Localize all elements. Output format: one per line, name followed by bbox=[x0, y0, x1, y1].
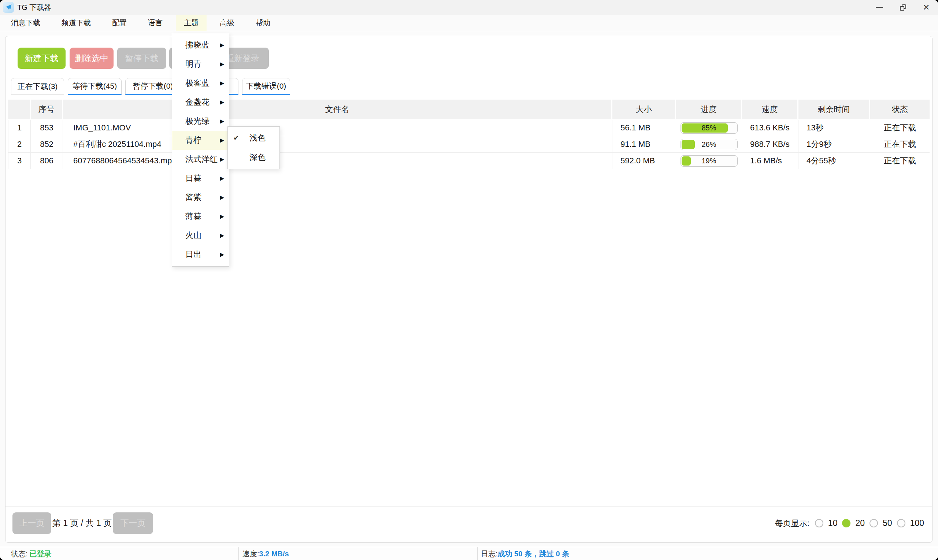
prev-page-button[interactable]: 上一页 bbox=[12, 512, 51, 534]
theme-menu-item-daybreak-blue[interactable]: 拂晓蓝▶ bbox=[172, 35, 229, 55]
menubar-item-message-download[interactable]: 消息下载 bbox=[3, 15, 48, 31]
menubar-item-advanced[interactable]: 高级 bbox=[212, 15, 243, 31]
theme-menu-item-volcano[interactable]: 火山▶ bbox=[172, 226, 229, 245]
page-size-option-label[interactable]: 10 bbox=[828, 518, 838, 528]
theme-menu-item-dusk[interactable]: 薄暮▶ bbox=[172, 207, 229, 226]
progress-bar: 19% bbox=[681, 155, 738, 167]
header-size: 大小 bbox=[612, 100, 676, 119]
page-size-option-label[interactable]: 20 bbox=[855, 518, 865, 528]
cell-status: 正在下载 bbox=[870, 153, 930, 169]
cell-status: 正在下载 bbox=[870, 136, 930, 152]
cell-filename: IMG_1101.MOV bbox=[63, 120, 612, 136]
cell-remaining: 4分55秒 bbox=[798, 153, 870, 169]
cell-size: 592.0 MB bbox=[612, 153, 676, 169]
page-info: 第 1 页 / 共 1 页 bbox=[54, 512, 110, 534]
menubar-item-channel-download[interactable]: 频道下载 bbox=[54, 15, 99, 31]
progress-label: 26% bbox=[681, 139, 737, 150]
window-title: TG 下载器 bbox=[17, 0, 51, 15]
progress-bar: 26% bbox=[681, 139, 738, 150]
cell-speed: 988.7 KB/s bbox=[742, 136, 798, 152]
submenu-item-dark[interactable]: 深色 bbox=[228, 148, 280, 167]
cell-speed: 1.6 MB/s bbox=[742, 153, 798, 169]
cell-progress: 26% bbox=[676, 136, 742, 152]
app-window: TG 下载器 ✕ 消息下载 频道下载 配置 语言 主题 高级 帮助 新建下载 删… bbox=[0, 0, 938, 560]
submenu-arrow-icon: ▶ bbox=[220, 232, 224, 239]
submenu-item-light[interactable]: ✔ 浅色 bbox=[228, 128, 280, 148]
main-panel: 新建下载 删除选中 暂停下载 重新登录 正在下载(3) 等待下载(45) 暂停下… bbox=[5, 36, 932, 543]
theme-menu-item-sunset[interactable]: 日暮▶ bbox=[172, 169, 229, 188]
header-seq: 序号 bbox=[31, 100, 63, 119]
submenu-arrow-icon: ▶ bbox=[220, 42, 224, 48]
page-size-label: 每页显示: bbox=[775, 518, 809, 529]
table-row[interactable]: 3 806 6077688064564534543.mp4 592.0 MB 1… bbox=[8, 153, 930, 169]
tab-downloading[interactable]: 正在下载(3) bbox=[11, 78, 64, 95]
theme-menu-item-magenta[interactable]: 法式洋红▶ bbox=[172, 150, 229, 169]
close-button[interactable]: ✕ bbox=[915, 0, 938, 15]
page-size-option-label[interactable]: 50 bbox=[883, 518, 892, 528]
statusbar-divider bbox=[477, 547, 478, 560]
theme-color-submenu: ✔ 浅色 深色 bbox=[228, 126, 280, 169]
cell-progress: 85% bbox=[676, 120, 742, 136]
page-size-control: 每页显示: 10 20 50 100 bbox=[775, 512, 924, 534]
restore-button[interactable] bbox=[891, 0, 915, 15]
check-icon: ✔ bbox=[233, 134, 245, 142]
cell-progress: 19% bbox=[676, 153, 742, 169]
theme-menu-item-geek-blue[interactable]: 极客蓝▶ bbox=[172, 74, 229, 93]
table-row[interactable]: 1 853 IMG_1101.MOV 56.1 MB 85% 613.6 KB/… bbox=[8, 120, 930, 136]
progress-label: 19% bbox=[681, 155, 737, 166]
table-row[interactable]: 2 852 #百利甜c 20251104.mp4 91.1 MB 26% 988… bbox=[8, 136, 930, 153]
paper-plane-icon bbox=[5, 4, 12, 11]
submenu-arrow-icon: ▶ bbox=[220, 251, 224, 258]
pause-download-button[interactable]: 暂停下载 bbox=[117, 48, 166, 69]
page-size-radio-50[interactable] bbox=[869, 519, 878, 528]
cell-row-index: 2 bbox=[8, 136, 31, 152]
theme-menu-item-cyan[interactable]: 明青▶ bbox=[172, 55, 229, 74]
progress-label: 85% bbox=[681, 123, 737, 133]
log-section: 日志: 成功 50 条，跳过 0 条 bbox=[481, 547, 569, 560]
status-label: 状态: bbox=[11, 549, 28, 559]
progress-bar: 85% bbox=[681, 122, 738, 134]
submenu-arrow-icon: ▶ bbox=[220, 80, 224, 86]
theme-menu-item-lime[interactable]: 青柠▶ bbox=[172, 131, 229, 150]
theme-menu-item-purple[interactable]: 酱紫▶ bbox=[172, 188, 229, 207]
new-download-button[interactable]: 新建下载 bbox=[18, 48, 66, 69]
submenu-arrow-icon: ▶ bbox=[220, 61, 224, 68]
close-icon: ✕ bbox=[923, 3, 930, 12]
cell-row-index: 1 bbox=[8, 120, 31, 136]
table-bottom-divider bbox=[6, 506, 932, 507]
header-speed: 速度 bbox=[742, 100, 798, 119]
submenu-arrow-icon: ▶ bbox=[220, 118, 224, 125]
theme-menu-item-sunrise[interactable]: 日出▶ bbox=[172, 245, 229, 264]
header-progress: 进度 bbox=[676, 100, 742, 119]
delete-selected-button[interactable]: 删除选中 bbox=[69, 48, 114, 69]
cell-remaining: 1分9秒 bbox=[798, 136, 870, 152]
cell-status: 正在下载 bbox=[870, 120, 930, 136]
tab-waiting[interactable]: 等待下载(45) bbox=[68, 78, 121, 95]
cell-filename: #百利甜c 20251104.mp4 bbox=[63, 136, 612, 152]
cell-size: 91.1 MB bbox=[612, 136, 676, 152]
page-size-radio-20[interactable] bbox=[842, 519, 850, 528]
speed-label: 速度: bbox=[243, 549, 259, 559]
page-size-radio-10[interactable] bbox=[815, 519, 823, 528]
tab-download-error[interactable]: 下载错误(0) bbox=[242, 78, 290, 95]
header-row-index bbox=[8, 100, 31, 119]
theme-menu-item-calendula-gold[interactable]: 金盏花▶ bbox=[172, 93, 229, 112]
speed-value: 3.2 MB/s bbox=[259, 550, 289, 558]
menubar-item-config[interactable]: 配置 bbox=[104, 15, 135, 31]
menubar-item-help[interactable]: 帮助 bbox=[248, 15, 278, 31]
header-status: 状态 bbox=[870, 100, 930, 119]
window-controls: ✕ bbox=[868, 0, 938, 15]
page-size-radio-100[interactable] bbox=[897, 519, 906, 528]
table-header: 序号 文件名 大小 进度 速度 剩余时间 状态 bbox=[8, 100, 930, 119]
statusbar-divider bbox=[238, 547, 239, 560]
cell-remaining: 13秒 bbox=[798, 120, 870, 136]
page-size-option-label[interactable]: 100 bbox=[910, 518, 924, 528]
menubar-item-theme[interactable]: 主题 bbox=[176, 15, 206, 31]
speed-section: 速度: 3.2 MB/s bbox=[243, 547, 289, 560]
theme-menu-item-polar-green[interactable]: 极光绿▶ bbox=[172, 112, 229, 131]
menubar-item-language[interactable]: 语言 bbox=[140, 15, 171, 31]
minimize-button[interactable] bbox=[868, 0, 891, 15]
submenu-arrow-icon: ▶ bbox=[220, 137, 224, 143]
status-value: 已登录 bbox=[30, 549, 52, 559]
next-page-button[interactable]: 下一页 bbox=[113, 512, 153, 534]
